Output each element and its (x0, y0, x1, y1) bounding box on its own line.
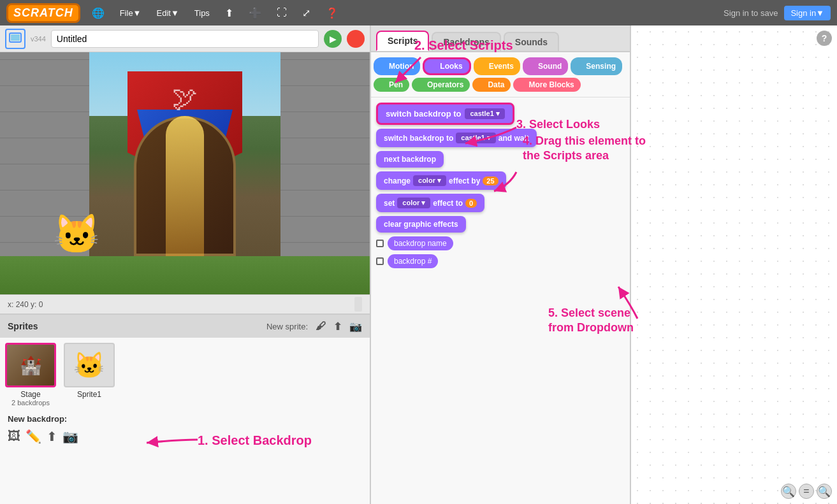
sprite1-thumb[interactable]: 🐱 (64, 343, 115, 387)
next-backdrop-block[interactable]: next backdrop (376, 151, 625, 168)
add-icon[interactable]: ➕ (245, 4, 265, 22)
events-label: Events (489, 62, 514, 71)
zoom-reset-button[interactable]: = (799, 484, 814, 499)
cat-looks-btn[interactable]: Looks (423, 57, 470, 75)
sound-dot (529, 63, 535, 69)
tab-sounds[interactable]: Sounds (504, 32, 559, 51)
fullscreen-icon[interactable]: ⛶ (273, 4, 291, 21)
sign-in-save-link[interactable]: Sign in to save (724, 8, 778, 18)
data-label: Data (488, 80, 504, 89)
and-wait-text: and wait (499, 134, 529, 143)
backdrop-camera-icon[interactable]: 📷 (62, 429, 78, 444)
change-effect-block[interactable]: change color ▾ effect by 25 (376, 171, 625, 190)
cat-data-btn[interactable]: Data (472, 78, 511, 92)
project-title-input[interactable] (51, 30, 319, 48)
cat-operators-btn[interactable]: Operators (412, 78, 470, 92)
cat-motion-btn[interactable]: Motion (374, 57, 420, 75)
set-effect-block[interactable]: set color ▾ effect to 0 (376, 194, 625, 212)
clear-effects-block[interactable]: clear graphic effects (376, 216, 625, 233)
block-categories: Motion Looks Events Sound Sensing Pen (371, 52, 630, 97)
shield-bird: 🕊 (172, 84, 198, 113)
expand-icon[interactable]: ⤢ (298, 4, 314, 22)
edit-menu[interactable]: Edit▼ (153, 6, 183, 20)
zoom-in-button[interactable]: 🔍 (817, 484, 832, 499)
help-button[interactable]: ? (817, 31, 832, 46)
sprite1-item[interactable]: 🐱 Sprite1 (64, 343, 115, 407)
stage-thumb[interactable]: 🏰 (5, 343, 56, 387)
cat-events-btn[interactable]: Events (474, 57, 520, 75)
switch-backdrop-text: switch backdrop to (386, 109, 461, 119)
green-flag-button[interactable]: ▶ (324, 30, 342, 48)
sensing-label: Sensing (586, 62, 616, 71)
stage-sprite-sublabel: 2 backdrops (11, 399, 50, 407)
backdrop-paint-icon[interactable]: 🖼 (8, 429, 20, 444)
backdrop-name-block[interactable]: backdrop name (376, 236, 625, 250)
switch-backdrop-wait-looks[interactable]: switch backdrop to castle1 ▾ and wait (376, 129, 537, 147)
left-panel: v344 ▶ 🕊 🐱 (0, 25, 370, 504)
switch-backdrop-wait-block[interactable]: switch backdrop to castle1 ▾ and wait (376, 129, 625, 147)
stage-header: v344 ▶ (0, 25, 370, 52)
cat-pen-btn[interactable]: Pen (374, 78, 409, 92)
tab-backdrops[interactable]: Backdrops (432, 32, 500, 51)
scratch-logo[interactable]: SCRATCH (6, 3, 80, 23)
more-dot (520, 82, 526, 88)
backdrop-num-text: backdrop # (394, 257, 432, 266)
number-0: 0 (465, 199, 477, 208)
upload-icon[interactable]: ⬆ (221, 4, 237, 22)
upload-sprite-icon[interactable]: ⬆ (333, 320, 342, 333)
camera-sprite-icon[interactable]: 📷 (349, 320, 362, 333)
color-set-dropdown[interactable]: color ▾ (397, 198, 430, 208)
sound-label: Sound (538, 62, 562, 71)
stage-sprite-item[interactable]: 🏰 Stage 2 backdrops (5, 343, 56, 407)
set-text: set (384, 199, 395, 208)
file-menu[interactable]: File▼ (116, 6, 145, 20)
middle-panel: Scripts Backdrops Sounds Motion Looks Ev… (370, 25, 631, 504)
new-backdrop-section: New backdrop: (0, 412, 370, 426)
looks-dot (431, 63, 437, 69)
sprite1-label: Sprite1 (77, 390, 101, 399)
color-dropdown[interactable]: color ▾ (413, 175, 446, 186)
cat-more-btn[interactable]: More Blocks (513, 78, 580, 92)
clear-effects-looks[interactable]: clear graphic effects (376, 216, 466, 233)
cat-sprite: 🐱 (51, 208, 102, 259)
stop-button[interactable] (347, 30, 365, 48)
operators-dot (418, 82, 425, 88)
switch-backdrop-block-looks[interactable]: switch backdrop to castle1 ▾ (376, 103, 514, 125)
castle1-wait-dropdown[interactable]: castle1 ▾ (456, 133, 495, 143)
sprites-header: Sprites New sprite: 🖌 ⬆ 📷 (0, 315, 370, 338)
switch-backdrop-block[interactable]: switch backdrop to castle1 ▾ (376, 103, 625, 125)
pen-label: Pen (389, 80, 403, 89)
effect-to-text: effect to (433, 199, 463, 208)
help-nav-icon[interactable]: ❓ (322, 4, 342, 22)
stage-canvas: 🕊 🐱 (0, 52, 370, 294)
zoom-out-button[interactable]: 🔍 (781, 484, 796, 499)
stage-icon (5, 29, 25, 49)
next-backdrop-looks[interactable]: next backdrop (376, 151, 444, 168)
castle1-dropdown[interactable]: castle1 ▾ (465, 108, 504, 119)
backdrop-name-checkbox[interactable] (376, 240, 384, 247)
backdrop-name-reporter[interactable]: backdrop name (388, 236, 453, 250)
motion-dot (380, 63, 386, 69)
paint-brush-icon[interactable]: 🖌 (316, 320, 326, 332)
scripts-area[interactable]: ? switch backdrop t backdrop1 ▾ building… (631, 25, 837, 504)
cat-sound-btn[interactable]: Sound (523, 57, 568, 75)
backdrop-upload-icon[interactable]: ⬆ (47, 429, 57, 444)
set-effect-looks[interactable]: set color ▾ effect to 0 (376, 194, 484, 212)
stage-sprite-label: Stage (20, 390, 40, 399)
backdrop-edit-icon[interactable]: ✏️ (25, 429, 41, 444)
tab-scripts[interactable]: Scripts (376, 31, 429, 51)
backdrop-num-checkbox[interactable] (376, 257, 384, 265)
cat-sensing-btn[interactable]: Sensing (571, 57, 622, 75)
door-glow (166, 116, 204, 256)
scroll-handle[interactable] (354, 297, 362, 312)
tips-menu[interactable]: Tips (191, 6, 214, 20)
zoom-controls: 🔍 = 🔍 (781, 484, 832, 499)
sign-in-button[interactable]: Sign in▼ (784, 6, 831, 20)
pen-dot (380, 82, 386, 88)
backdrop-num-block[interactable]: backdrop # (376, 254, 625, 268)
globe-icon[interactable]: 🌐 (88, 4, 108, 22)
sensing-dot (577, 63, 583, 69)
backdrop-num-reporter[interactable]: backdrop # (388, 254, 438, 268)
change-effect-looks[interactable]: change color ▾ effect by 25 (376, 171, 506, 190)
blocks-list: switch backdrop to castle1 ▾ switch back… (371, 97, 630, 504)
